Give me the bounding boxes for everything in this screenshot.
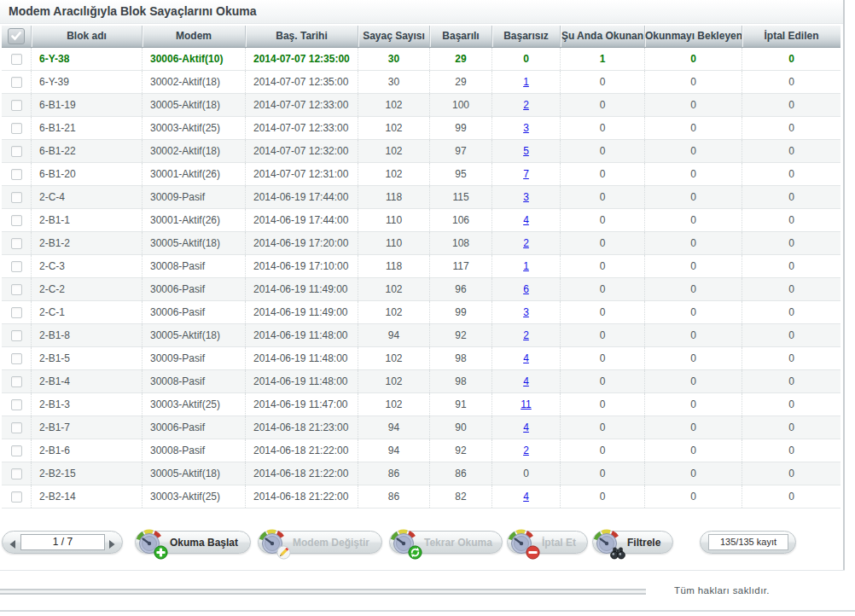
row-checkbox[interactable] bbox=[2, 255, 31, 277]
table-row[interactable]: 6-B1-2130003-Aktif(25)2014-07-07 12:33:0… bbox=[2, 117, 840, 140]
fail-count-link[interactable]: 4 bbox=[523, 375, 529, 387]
checkbox-icon[interactable] bbox=[11, 491, 22, 503]
checkbox-icon[interactable] bbox=[11, 422, 22, 433]
fail-count-link[interactable]: 2 bbox=[523, 329, 529, 341]
checkbox-icon[interactable] bbox=[11, 399, 22, 410]
table-row[interactable]: 6-B1-2230002-Aktif(18)2014-07-07 12:32:0… bbox=[2, 140, 840, 163]
table-row[interactable]: 2-C-430009-Pasif2014-06-19 17:44:0011811… bbox=[2, 186, 840, 209]
table-row[interactable]: 2-C-130006-Pasif2014-06-19 11:49:0010299… bbox=[2, 301, 840, 324]
panel-splitter bbox=[843, 0, 845, 571]
row-checkbox[interactable] bbox=[2, 324, 31, 346]
row-checkbox[interactable] bbox=[2, 485, 31, 508]
fail-count-link[interactable]: 3 bbox=[523, 191, 529, 203]
cell-basarisiz: 0 bbox=[491, 48, 560, 70]
fail-count-link[interactable]: 4 bbox=[523, 421, 529, 433]
row-checkbox[interactable] bbox=[2, 140, 31, 162]
fail-count-link[interactable]: 5 bbox=[523, 145, 529, 157]
row-checkbox[interactable] bbox=[2, 209, 31, 231]
table-row[interactable]: 2-B1-730006-Pasif2014-06-18 21:23:009490… bbox=[2, 416, 840, 439]
table-row[interactable]: 2-C-230006-Pasif2014-06-19 11:49:0010296… bbox=[2, 278, 840, 301]
checkbox-icon[interactable] bbox=[11, 330, 22, 341]
table-row[interactable]: 2-B1-430008-Pasif2014-06-19 11:48:001029… bbox=[2, 370, 840, 393]
checkbox-icon[interactable] bbox=[11, 100, 22, 111]
checkbox-icon[interactable] bbox=[11, 192, 22, 203]
checkbox-icon[interactable] bbox=[11, 353, 22, 364]
row-checkbox[interactable] bbox=[2, 370, 31, 392]
pager: 1 / 7 bbox=[2, 531, 123, 554]
col-header-basarisiz[interactable]: Başarısız bbox=[491, 26, 560, 47]
select-all-header[interactable] bbox=[2, 26, 31, 47]
row-checkbox[interactable] bbox=[2, 117, 31, 139]
pager-prev-icon[interactable] bbox=[9, 538, 17, 553]
checkbox-icon[interactable] bbox=[11, 54, 22, 65]
col-header-modem[interactable]: Modem bbox=[142, 26, 245, 47]
fail-count-link[interactable]: 1 bbox=[523, 260, 529, 272]
col-header-blok-adi[interactable]: Blok adı bbox=[31, 26, 142, 47]
row-checkbox[interactable] bbox=[2, 163, 31, 185]
checkbox-checked-icon[interactable] bbox=[8, 28, 25, 44]
cell-bas-tarihi: 2014-07-07 12:35:00 bbox=[245, 71, 358, 93]
checkbox-icon[interactable] bbox=[11, 307, 22, 318]
checkbox-icon[interactable] bbox=[11, 77, 22, 88]
col-header-su-anda-okunan[interactable]: Şu Anda Okunan bbox=[560, 26, 644, 47]
fail-count-link[interactable]: 2 bbox=[523, 237, 529, 249]
col-header-iptal-edilen[interactable]: İptal Edilen bbox=[742, 26, 840, 47]
checkbox-icon[interactable] bbox=[11, 376, 22, 387]
fail-count-link[interactable]: 11 bbox=[521, 398, 531, 410]
table-row[interactable]: 6-Y-3930002-Aktif(18)2014-07-07 12:35:00… bbox=[2, 71, 840, 94]
col-header-okunmayi-bekleyen[interactable]: Okunmayı Bekleyen bbox=[644, 26, 742, 47]
table-row[interactable]: 2-B1-530009-Pasif2014-06-19 11:48:001029… bbox=[2, 347, 840, 370]
table-row[interactable]: 2-B2-1430003-Aktif(25)2014-06-18 21:22:0… bbox=[2, 485, 840, 508]
checkbox-icon[interactable] bbox=[11, 238, 22, 249]
table-row[interactable]: 2-B2-1530005-Aktif(18)2014-06-18 21:22:0… bbox=[2, 462, 840, 485]
row-checkbox[interactable] bbox=[2, 71, 31, 93]
fail-count-link[interactable]: 2 bbox=[523, 99, 529, 111]
fail-count-link[interactable]: 7 bbox=[523, 168, 529, 180]
checkbox-icon[interactable] bbox=[11, 123, 22, 134]
table-row[interactable]: 6-B1-2030001-Aktif(26)2014-07-07 12:31:0… bbox=[2, 163, 840, 186]
row-checkbox[interactable] bbox=[2, 186, 31, 208]
table-row[interactable]: 2-B1-230005-Aktif(18)2014-06-19 17:20:00… bbox=[2, 232, 840, 255]
table-row[interactable]: 6-B1-1930005-Aktif(18)2014-07-07 12:33:0… bbox=[2, 94, 840, 117]
fail-count-link[interactable]: 2 bbox=[523, 445, 529, 456]
col-header-basarili[interactable]: Başarılı bbox=[429, 26, 491, 47]
row-checkbox[interactable] bbox=[2, 48, 31, 70]
okuma-baslat-button[interactable]: Okuma Başlat bbox=[135, 531, 251, 554]
fail-count-link[interactable]: 3 bbox=[523, 306, 529, 318]
row-checkbox[interactable] bbox=[2, 347, 31, 369]
row-checkbox[interactable] bbox=[2, 278, 31, 300]
row-checkbox[interactable] bbox=[2, 416, 31, 439]
table-row[interactable]: 2-C-330008-Pasif2014-06-19 17:10:0011811… bbox=[2, 255, 840, 278]
col-header-bas-tarihi[interactable]: Baş. Tarihi bbox=[245, 26, 358, 47]
checkbox-icon[interactable] bbox=[11, 284, 22, 295]
checkbox-icon[interactable] bbox=[11, 261, 22, 272]
fail-count-link[interactable]: 3 bbox=[523, 122, 529, 134]
table-row[interactable]: 2-B1-130001-Aktif(26)2014-06-19 17:44:00… bbox=[2, 209, 840, 232]
footer-splitter-grip[interactable] bbox=[0, 589, 646, 595]
col-header-sayac-sayisi[interactable]: Sayaç Sayısı bbox=[358, 26, 429, 47]
fail-count-link[interactable]: 1 bbox=[523, 76, 529, 88]
cell-blok-adi: 6-Y-39 bbox=[31, 71, 142, 93]
fail-count-link[interactable]: 4 bbox=[523, 214, 529, 226]
fail-count-link[interactable]: 6 bbox=[523, 283, 529, 295]
table-row[interactable]: 2-B1-630008-Pasif2014-06-18 21:22:009492… bbox=[2, 439, 840, 462]
checkbox-icon[interactable] bbox=[11, 146, 22, 157]
row-checkbox[interactable] bbox=[2, 439, 31, 462]
fail-count-link[interactable]: 4 bbox=[523, 352, 529, 364]
filtrele-button[interactable]: Filtrele bbox=[592, 531, 673, 554]
table-row[interactable]: 2-B1-830005-Aktif(18)2014-06-19 11:48:00… bbox=[2, 324, 840, 347]
fail-count-link[interactable]: 4 bbox=[523, 491, 529, 503]
row-checkbox[interactable] bbox=[2, 393, 31, 416]
row-checkbox[interactable] bbox=[2, 232, 31, 254]
table-row[interactable]: 6-Y-3830006-Aktif(10)2014-07-07 12:35:00… bbox=[2, 48, 840, 71]
table-row[interactable]: 2-B1-330003-Aktif(25)2014-06-19 11:47:00… bbox=[2, 393, 840, 416]
row-checkbox[interactable] bbox=[2, 301, 31, 323]
pager-next-icon[interactable] bbox=[108, 538, 116, 553]
checkbox-icon[interactable] bbox=[11, 445, 22, 456]
row-checkbox[interactable] bbox=[2, 462, 31, 485]
checkbox-icon[interactable] bbox=[11, 215, 22, 226]
row-checkbox[interactable] bbox=[2, 94, 31, 116]
checkbox-icon[interactable] bbox=[11, 169, 22, 180]
page-number-input[interactable]: 1 / 7 bbox=[20, 534, 105, 550]
checkbox-icon[interactable] bbox=[11, 468, 22, 479]
